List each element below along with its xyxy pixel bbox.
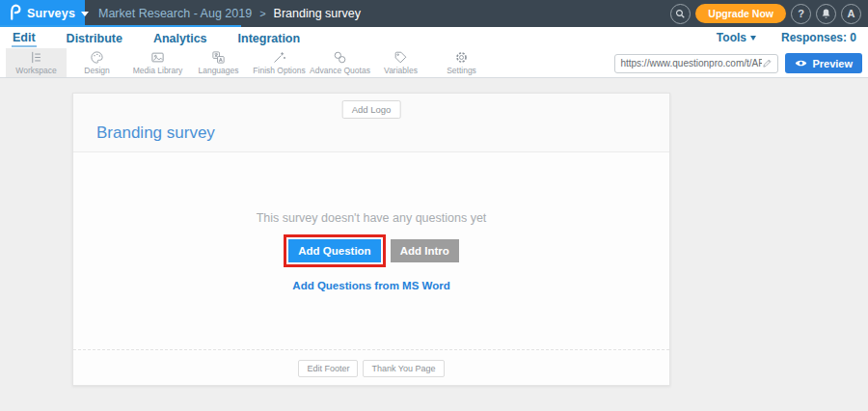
survey-card-footer: Edit Footer Thank You Page (73, 349, 669, 386)
account-avatar[interactable]: A (841, 4, 861, 24)
toolbar-right: Preview (614, 48, 862, 78)
breadcrumb: Market Research - Aug 2019 > Branding su… (98, 7, 361, 20)
wand-icon (272, 50, 286, 65)
breadcrumb-separator: > (259, 8, 265, 19)
preview-button[interactable]: Preview (785, 53, 862, 73)
workspace-toolbar: Workspace Design Media Library Languages (0, 48, 868, 78)
help-button[interactable]: ? (791, 4, 811, 24)
avatar-initial: A (848, 8, 855, 19)
annotation-highlight-box: Add Question (284, 234, 385, 267)
tools-menu[interactable]: Tools (717, 31, 756, 44)
gear-icon (454, 50, 469, 65)
tag-icon (393, 50, 408, 65)
toolbar-item-finish-options[interactable]: Finish Options (249, 48, 310, 77)
workspace-icon (29, 50, 43, 65)
add-question-button[interactable]: Add Question (288, 239, 380, 262)
upgrade-now-button[interactable]: Upgrade Now (695, 4, 786, 23)
translate-icon (211, 50, 226, 65)
add-questions-from-ms-word-link[interactable]: Add Questions from MS Word (292, 280, 449, 291)
surveys-menu[interactable]: Surveys (0, 0, 85, 27)
app-title: Surveys (27, 7, 75, 20)
empty-state-message: This survey doesn't have any questions y… (73, 211, 669, 225)
thank-you-page-button[interactable]: Thank You Page (363, 360, 444, 377)
palette-icon (90, 50, 104, 65)
toolbar-item-settings[interactable]: Settings (431, 48, 492, 77)
survey-url-input[interactable] (620, 58, 762, 68)
survey-url-box (614, 54, 778, 73)
section-nav: Edit Distribute Analytics Integration To… (0, 27, 868, 48)
breadcrumb-current-survey: Branding survey (274, 7, 361, 20)
toolbar-item-media-library[interactable]: Media Library (127, 48, 188, 77)
topbar-actions: Upgrade Now ? A (670, 0, 861, 27)
tab-integration[interactable]: Integration (237, 30, 302, 46)
editor-canvas: Add Logo Branding survey This survey doe… (0, 78, 868, 411)
survey-card: Add Logo Branding survey This survey doe… (72, 93, 670, 386)
nav-right: Tools Responses: 0 (717, 31, 856, 44)
chain-icon (333, 50, 347, 65)
tab-edit[interactable]: Edit (12, 29, 37, 47)
questionpro-logo-icon (9, 4, 21, 24)
edit-footer-button[interactable]: Edit Footer (298, 360, 358, 377)
toolbar-item-languages[interactable]: Languages (188, 48, 249, 77)
toolbar-item-workspace[interactable]: Workspace (6, 48, 67, 77)
chevron-down-icon (81, 12, 89, 16)
tab-distribute[interactable]: Distribute (66, 30, 123, 46)
topbar: Surveys Market Research - Aug 2019 > Bra… (0, 0, 868, 27)
breadcrumb-folder[interactable]: Market Research - Aug 2019 (98, 7, 252, 20)
chevron-down-icon (750, 36, 756, 41)
toolbar-item-variables[interactable]: Variables (370, 48, 431, 77)
tools-label: Tools (717, 31, 746, 44)
add-logo-button[interactable]: Add Logo (342, 100, 401, 119)
tab-analytics[interactable]: Analytics (152, 30, 208, 46)
search-icon (675, 9, 686, 19)
preview-label: Preview (812, 58, 853, 69)
eye-icon (795, 59, 807, 68)
image-icon (150, 50, 165, 65)
add-intro-button[interactable]: Add Intro (391, 239, 459, 262)
empty-state-actions: Add Question Add Intro (73, 234, 669, 267)
survey-card-body: This survey doesn't have any questions y… (73, 152, 669, 349)
survey-title[interactable]: Branding survey (96, 123, 215, 143)
notifications-button[interactable] (816, 4, 836, 24)
question-mark-icon: ? (798, 8, 804, 19)
bell-icon (821, 8, 831, 19)
toolbar-item-advance-quotas[interactable]: Advance Quotas (310, 48, 370, 77)
pencil-edit-icon[interactable] (762, 58, 773, 68)
survey-card-header: Add Logo Branding survey (73, 94, 669, 152)
search-button[interactable] (670, 4, 691, 24)
toolbar-item-design[interactable]: Design (67, 48, 127, 77)
responses-count[interactable]: Responses: 0 (781, 31, 856, 44)
